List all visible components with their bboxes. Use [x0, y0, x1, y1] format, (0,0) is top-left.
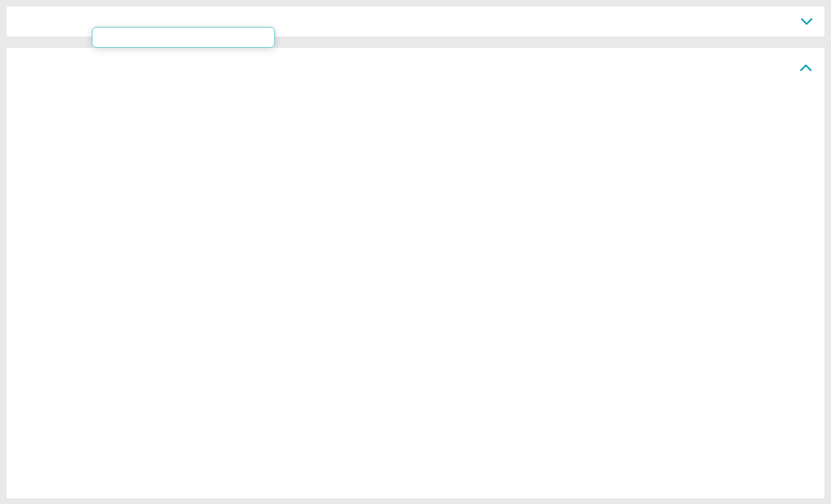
chevron-up-icon[interactable] — [800, 64, 812, 71]
section-header — [13, 58, 818, 77]
smart-system-panel — [6, 48, 825, 498]
charts-grid — [13, 77, 818, 84]
chart-tooltip — [92, 27, 275, 48]
chevron-down-icon[interactable] — [801, 18, 812, 25]
dashboard-root — [0, 0, 831, 504]
